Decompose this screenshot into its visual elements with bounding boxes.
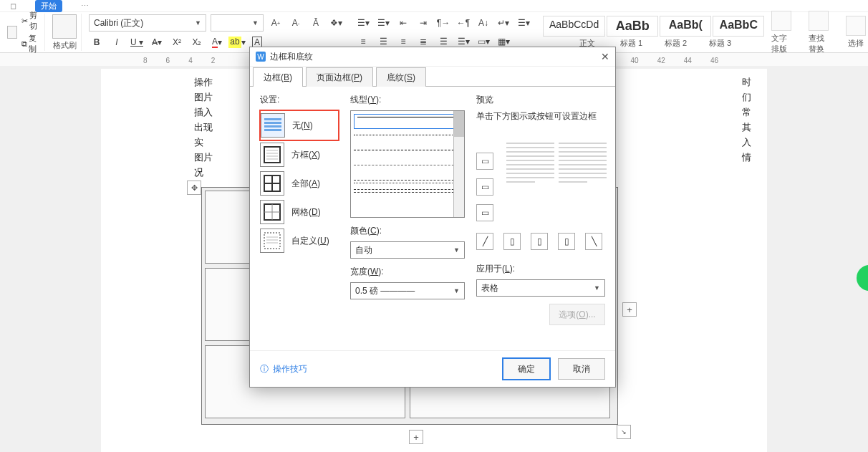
preview-diag2-button[interactable]: ╲ [585,233,602,250]
rtl-button[interactable]: ←¶ [455,15,471,31]
strikethrough-button[interactable]: A̶▾ [149,34,165,50]
bold-button[interactable]: B [89,34,105,50]
copy-label[interactable]: 复制 [29,33,40,54]
menu-bar: ◻ 开始 ⋯ [0,0,868,12]
dialog-tabs: 边框(B) 页面边框(P) 底纹(S) [250,67,615,87]
width-combo[interactable]: 0.5 磅 ————▼ [350,282,465,299]
format-painter-label: 格式刷 [53,40,77,51]
findreplace-label: 查找替换 [809,33,829,54]
svg-rect-1 [264,122,281,124]
setting-all[interactable]: 全部(A) [260,169,339,198]
show-marks-button[interactable]: ↵▾ [496,15,511,31]
tips-label: 操作技巧 [273,363,307,375]
style-gallery[interactable]: AaBbCcDd AaBb AaBb( AaBbC [543,16,764,37]
add-row-button[interactable]: + [409,430,423,444]
preview-vmiddle-border-button[interactable]: ▯ [531,233,548,250]
app-icon: W [256,52,266,62]
body-text-left: 操作图片插入 出现实图片 况 [194,74,213,180]
applyto-label: 应用于(L): [476,263,605,275]
ltr-button[interactable]: ¶→ [435,15,451,31]
info-icon: ⓘ [260,363,269,375]
change-case-icon[interactable]: Ā [308,15,324,31]
grid-icon [260,200,284,224]
clear-format-icon[interactable]: ❖▾ [328,15,344,31]
cursor-icon [846,16,866,36]
select-button[interactable]: 选择 [846,16,866,49]
paste-icon[interactable] [7,26,17,39]
width-value: 0.5 磅 ———— [355,285,415,297]
close-icon[interactable]: ✕ [601,51,609,62]
applyto-combo[interactable]: 表格▼ [476,279,605,297]
increase-font-icon[interactable]: A+ [268,15,284,31]
tips-link[interactable]: ⓘ操作技巧 [260,363,307,375]
style-item-normal[interactable]: AaBbCcDd [543,16,605,37]
box-icon [260,143,284,167]
preview-right-border-button[interactable]: ▯ [558,233,575,250]
settings-label: 设置: [260,94,339,106]
applyto-value: 表格 [481,282,498,294]
menu-item[interactable]: ◻ [6,1,21,11]
decrease-font-icon[interactable]: A- [288,15,304,31]
italic-button[interactable]: I [109,34,125,50]
preview-canvas[interactable] [506,143,607,214]
preview-hmiddle-border-button[interactable]: ▭ [476,178,493,196]
menu-item[interactable]: ⋯ [77,1,93,11]
tab-page-border[interactable]: 页面边框(P) [306,67,373,87]
highlight-button[interactable]: ab▾ [229,34,245,50]
underline-button[interactable]: U ▾ [129,34,145,50]
svg-rect-4 [264,147,280,163]
color-combo[interactable]: 自动▼ [350,241,465,259]
color-label: 颜色(C): [350,225,465,237]
subscript-button[interactable]: X₂ [189,34,205,50]
setting-box[interactable]: 方框(X) [260,140,339,169]
setting-custom[interactable]: 自定义(U) [260,226,339,255]
setting-none[interactable]: 无(N) [260,110,339,140]
format-painter-icon[interactable] [52,14,77,39]
outline-button[interactable]: ☰▾ [516,15,531,31]
bullets-button[interactable]: ☰▾ [355,15,371,31]
dialog-titlebar: W 边框和底纹 ✕ [250,47,615,67]
scissors-icon: ✂ [21,16,28,26]
width-label: 宽度(W): [350,266,465,278]
setting-grid[interactable]: 网格(D) [260,198,339,226]
font-name-value: Calibri (正文) [94,17,143,29]
font-size-combo[interactable]: ▼ [211,14,264,32]
cut-label[interactable]: 剪切 [29,10,40,32]
style-item-h1[interactable]: AaBb [607,16,658,37]
sort-button[interactable]: A↓ [476,15,491,31]
line-style-list[interactable] [350,110,465,218]
line-style-label: 线型(Y): [350,94,465,106]
dialog-footer: ⓘ操作技巧 确定 取消 [250,350,615,387]
numbering-button[interactable]: ☰▾ [375,15,391,31]
add-column-button[interactable]: + [622,302,637,317]
chevron-down-icon: ▼ [252,19,259,27]
ok-button[interactable]: 确定 [502,357,551,380]
chevron-down-icon: ▼ [453,246,460,254]
preview-top-border-button[interactable]: ▭ [476,153,493,170]
tab-border[interactable]: 边框(B) [253,67,303,87]
preview-diag-button[interactable]: ╱ [476,233,493,250]
tab-shading[interactable]: 底纹(S) [376,67,426,87]
decrease-indent-button[interactable]: ⇤ [395,15,411,31]
superscript-button[interactable]: X² [169,34,185,50]
preview-left-border-button[interactable]: ▯ [503,233,521,250]
chevron-down-icon: ▼ [594,284,600,292]
preview-bottom-border-button[interactable]: ▭ [476,204,493,221]
color-value: 自动 [355,244,372,256]
text-typeset-button[interactable]: 文字排版 [771,11,791,54]
clipboard-group: ✂剪切 ⧉复制 [3,14,45,51]
scrollbar[interactable] [453,111,464,217]
svg-rect-3 [264,129,281,131]
preview-hint: 单击下方图示或按钮可设置边框 [476,110,605,122]
font-name-combo[interactable]: Calibri (正文)▼ [89,14,206,32]
table-move-handle[interactable]: ✥ [187,181,201,195]
style-item-h3[interactable]: AaBbC [713,16,764,37]
chevron-down-icon: ▼ [195,19,201,27]
cancel-button[interactable]: 取消 [558,358,605,380]
table-resize-handle[interactable]: ↘ [617,425,631,439]
style-item-h2[interactable]: AaBb( [660,16,711,37]
font-color-button[interactable]: A▾ [209,34,225,50]
style-label-h3: 标题 3 [699,38,742,49]
find-replace-button[interactable]: 查找替换 [809,11,829,54]
increase-indent-button[interactable]: ⇥ [415,15,431,31]
